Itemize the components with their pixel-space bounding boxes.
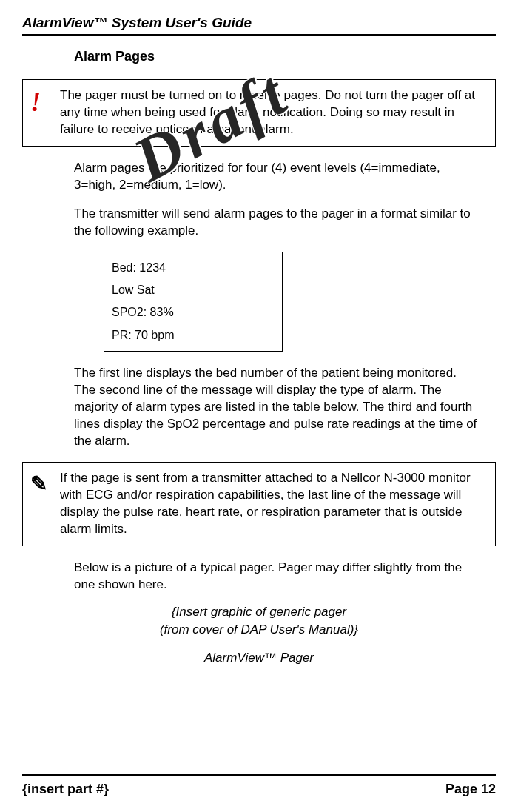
- footer: {insert part #} Page 12: [22, 768, 496, 797]
- footer-rule: [22, 774, 496, 776]
- footer-left: {insert part #}: [22, 782, 109, 797]
- paragraph-explanation: The first line displays the bed number o…: [74, 365, 481, 450]
- warning-icon: !: [30, 84, 41, 121]
- header-rule: [22, 34, 496, 36]
- paragraph-priorities: Alarm pages are prioritized for four (4)…: [74, 160, 481, 194]
- note-callout: ✎ If the page is sent from a transmitter…: [22, 462, 496, 546]
- pager-caption: AlarmView™ Pager: [22, 651, 496, 665]
- pager-line-2: Low Sat: [112, 279, 275, 301]
- warning-callout: ! The pager must be turned on to receive…: [22, 79, 496, 147]
- pager-example-box: Bed: 1234 Low Sat SPO2: 83% PR: 70 bpm: [104, 252, 283, 352]
- pager-line-1: Bed: 1234: [112, 257, 275, 279]
- footer-right: Page 12: [445, 782, 496, 797]
- header-title: AlarmView™ System User's Guide: [22, 15, 496, 31]
- paragraph-transmitter: The transmitter will send alarm pages to…: [74, 206, 481, 240]
- pager-line-4: PR: 70 bpm: [112, 324, 275, 346]
- insert-graphic-line2: (from cover of DAP User's Manual)}: [22, 623, 496, 637]
- warning-text: The pager must be turned on to receive p…: [60, 88, 475, 136]
- insert-graphic-line1: {Insert graphic of generic pager: [22, 605, 496, 620]
- paragraph-below-picture: Below is a picture of a typical pager. P…: [74, 560, 481, 594]
- note-icon: ✎: [30, 470, 47, 498]
- note-text: If the page is sent from a transmitter a…: [60, 471, 471, 536]
- pager-line-3: SPO2: 83%: [112, 301, 275, 323]
- section-title: Alarm Pages: [74, 49, 496, 64]
